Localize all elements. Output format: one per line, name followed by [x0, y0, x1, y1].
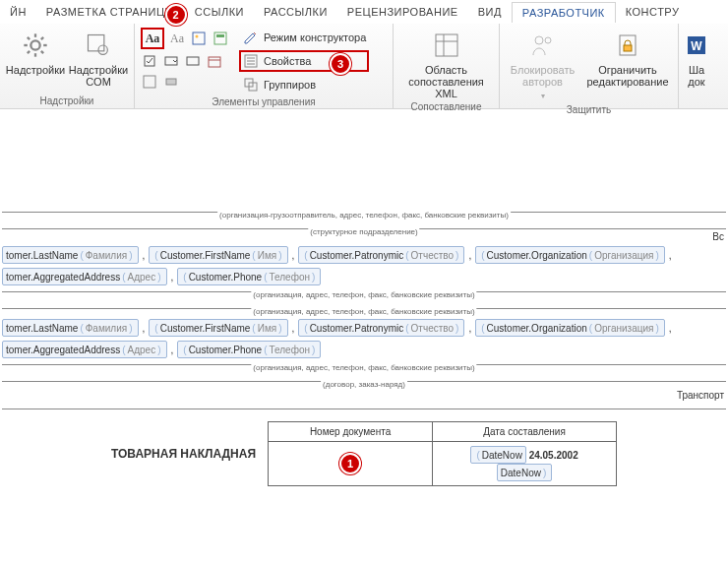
cc-patronymic-placeholder-2: Отчество — [411, 323, 454, 334]
cc-patronymic-2[interactable]: (Customer.Patronymic(Отчество) — [298, 319, 464, 337]
richtext-control-icon[interactable]: Aa — [141, 28, 164, 49]
td-doc-number[interactable]: 1 — [269, 442, 433, 486]
dropdown-control-icon[interactable] — [184, 52, 202, 70]
ribbon-group-addins: Надстройки Надстройки COM Надстройки — [0, 24, 135, 108]
ribbon-group-templates: W Ша док — [679, 24, 714, 108]
callout-2: 2 — [165, 4, 187, 26]
svg-rect-13 — [214, 32, 226, 44]
cc-addr[interactable]: tomer.AggregatedAddress(Адрес) — [2, 268, 167, 285]
plaintext-control-icon[interactable]: Aa — [168, 30, 186, 47]
restrict-edit-button[interactable]: Ограничить редактирование — [583, 28, 672, 88]
cc-phone-2[interactable]: (Customer.Phone(Телефон) — [177, 341, 321, 358]
form-line-org-1-caption: (организация, адрес, телефон, факс, банк… — [251, 290, 476, 299]
group-button[interactable]: Группиров — [239, 75, 369, 94]
legacy-control-icon[interactable] — [162, 73, 180, 91]
cc-datenow-open[interactable]: (DateNow — [470, 446, 525, 464]
tab-page-layout[interactable]: РАЗМЕТКА СТРАНИЦЫ 2 — [36, 2, 185, 22]
ribbon: Надстройки Надстройки COM Надстройки Aa … — [0, 24, 728, 109]
doc-header-table: Номер документа Дата составления 1 (Date… — [268, 421, 617, 486]
cc-addr-placeholder-2: Адрес — [128, 345, 156, 355]
tab-design-cut[interactable]: ЙН — [0, 2, 36, 22]
buildingblock-control-icon[interactable] — [212, 30, 229, 47]
cc-firstname-placeholder: Имя — [258, 250, 276, 261]
addins-com-button[interactable]: Надстройки COM — [69, 28, 128, 88]
properties-label: Свойства — [264, 55, 311, 67]
cc-firstname[interactable]: (Customer.FirstName(Имя) — [149, 246, 287, 264]
cc-org-tag-2: Customer.Organization — [487, 323, 587, 334]
svg-point-32 — [545, 37, 551, 43]
cc-lastname[interactable]: tomer.LastName(Фамилия) — [2, 246, 139, 264]
form-line-contract-caption: (договор, заказ-наряд) — [321, 380, 407, 389]
checkbox-control-icon[interactable] — [141, 52, 158, 70]
cc-patronymic[interactable]: (Customer.Patronymic(Отчество) — [298, 246, 464, 264]
combobox-control-icon[interactable] — [162, 52, 180, 70]
cc-lastname-placeholder: Фамилия — [86, 250, 127, 261]
cc-datenow-tag: DateNow — [482, 450, 522, 461]
addins-button[interactable]: Надстройки — [6, 28, 65, 76]
customer-row-1: tomer.LastName(Фамилия), (Customer.First… — [0, 244, 728, 266]
cc-phone-placeholder-2: Телефон — [269, 345, 309, 355]
block-authors-label: Блокировать авторов — [506, 64, 579, 88]
td-doc-date[interactable]: (DateNow 24.05.2002 DateNow) — [433, 442, 617, 486]
design-mode-label: Режим конструктора — [264, 31, 366, 43]
customer-row-2: tomer.LastName(Фамилия), (Customer.First… — [0, 317, 728, 339]
form-line-shipper: (организация-грузоотправитель, адрес, те… — [2, 212, 726, 213]
form-line-transport — [2, 409, 726, 409]
cc-lastname-2[interactable]: tomer.LastName(Фамилия) — [2, 319, 139, 337]
picture-control-icon[interactable] — [190, 30, 208, 47]
cc-addr-2[interactable]: tomer.AggregatedAddress(Адрес) — [2, 341, 167, 358]
cc-org-2[interactable]: (Customer.Organization(Организация) — [475, 319, 665, 337]
cc-patronymic-placeholder: Отчество — [411, 250, 454, 261]
restrict-edit-label: Ограничить редактирование — [583, 64, 672, 88]
svg-text:W: W — [691, 39, 702, 53]
svg-rect-34 — [624, 45, 632, 51]
form-line-dept-caption: (структурное подразделение) — [308, 227, 419, 236]
tab-view[interactable]: ВИД — [468, 2, 512, 22]
svg-rect-20 — [144, 76, 155, 88]
controls-group-title: Элементы управления — [141, 96, 387, 107]
cc-addr-tag-2: tomer.AggregatedAddress — [6, 345, 120, 355]
xml-mapping-button[interactable]: Область сопоставления XML — [399, 28, 493, 99]
tab-mailings[interactable]: РАССЫЛКИ — [254, 2, 337, 22]
ribbon-group-mapping: Область сопоставления XML Сопоставление — [394, 24, 500, 108]
chevron-down-icon: ▾ — [541, 91, 545, 102]
cc-phone[interactable]: (Customer.Phone(Телефон) — [177, 268, 321, 285]
cc-patronymic-tag-2: Customer.Patronymic — [310, 323, 404, 334]
properties-icon — [242, 52, 260, 70]
svg-point-10 — [98, 45, 107, 54]
cc-addr-tag: tomer.AggregatedAddress — [6, 272, 120, 283]
block-authors-button[interactable]: Блокировать авторов ▾ — [506, 28, 579, 102]
form-line-org-1b-caption: (организация, адрес, телефон, факс, банк… — [251, 307, 476, 316]
form-line-org-2-caption: (организация, адрес, телефон, факс, банк… — [251, 363, 476, 372]
word-template-icon: W — [681, 30, 712, 61]
svg-point-31 — [535, 36, 543, 44]
group-icon — [242, 76, 260, 94]
document-area: (организация-грузоотправитель, адрес, те… — [0, 109, 728, 490]
xml-mapping-icon — [431, 30, 462, 61]
cc-addr-placeholder: Адрес — [128, 272, 156, 283]
datepicker-control-icon[interactable] — [206, 52, 223, 70]
tab-construct[interactable]: КОНСТРУ — [616, 2, 690, 22]
tab-review[interactable]: РЕЦЕНЗИРОВАНИЕ — [337, 2, 468, 22]
design-mode-button[interactable]: Режим конструктора — [239, 28, 369, 47]
tab-references[interactable]: ССЫЛКИ — [185, 2, 254, 22]
form-line-dept: (структурное подразделение) — [2, 228, 726, 229]
cc-firstname-2[interactable]: (Customer.FirstName(Имя) — [149, 319, 287, 337]
cc-datenow-close[interactable]: DateNow) — [497, 464, 552, 481]
cc-org[interactable]: (Customer.Organization(Организация) — [475, 246, 665, 264]
form-line-contract: (договор, заказ-наряд) — [2, 381, 726, 382]
tab-developer[interactable]: РАЗРАБОТЧИК — [512, 2, 616, 23]
right-note-transport: Транспорт — [0, 388, 728, 403]
customer-row-1b: tomer.AggregatedAddress(Адрес), (Custome… — [0, 266, 728, 287]
cc-org-placeholder: Организация — [594, 250, 653, 261]
ribbon-group-controls: Aa Aa Режим к — [135, 24, 394, 108]
templates-button[interactable]: W Ша док — [685, 28, 708, 88]
tab-page-layout-label: РАЗМЕТКА СТРАНИЦЫ — [46, 6, 175, 18]
cc-firstname-tag-2: Customer.FirstName — [160, 323, 251, 334]
cc-phone-placeholder: Телефон — [269, 272, 309, 283]
gear-list-icon — [83, 30, 114, 61]
cc-datenow-tag-2: DateNow — [501, 468, 541, 478]
gear-icon — [20, 30, 51, 61]
svg-rect-9 — [89, 35, 104, 51]
repeat-control-icon[interactable] — [141, 73, 158, 91]
